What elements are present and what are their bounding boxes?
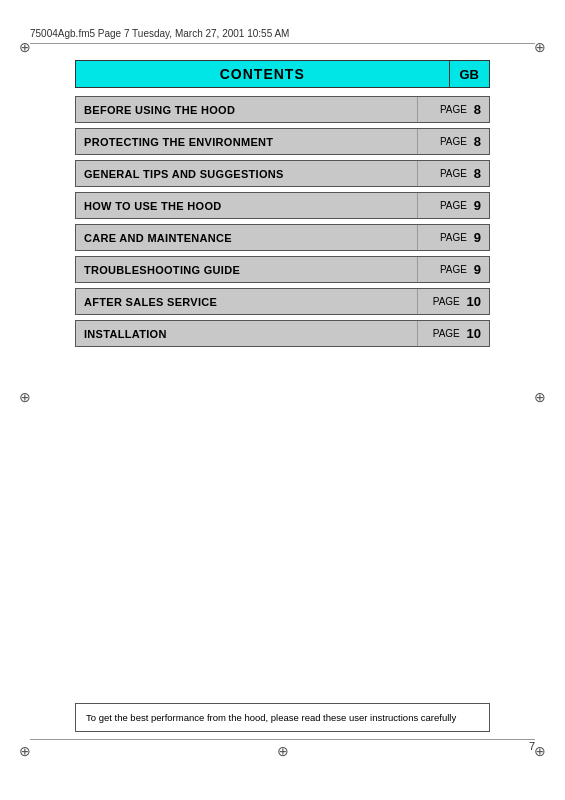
cross-mark-bl: ⊕ [18,744,32,758]
file-info: 75004Agb.fm5 Page 7 Tuesday, March 27, 2… [30,28,289,39]
header-bar: 75004Agb.fm5 Page 7 Tuesday, March 27, 2… [30,28,535,44]
cross-mark-ml: ⊕ [18,390,32,404]
cross-mark-tr: ⊕ [533,40,547,54]
page-num-care-maintenance: 9 [474,230,481,245]
toc-page-how-to-use: PAGE 9 [417,193,489,218]
toc-row-how-to-use: HOW TO USE THE HOOD PAGE 9 [75,192,490,219]
toc-page-before-using: PAGE 8 [417,97,489,122]
toc-label-after-sales: AFTER SALES SERVICE [76,289,417,314]
cross-mark-bm: ⊕ [276,744,290,758]
page-num-general-tips: 8 [474,166,481,181]
toc-label-general-tips: GENERAL TIPS AND SUGGESTIONS [76,161,417,186]
toc-page-after-sales: PAGE 10 [417,289,489,314]
toc-row-before-using: BEFORE USING THE HOOD PAGE 8 [75,96,490,123]
page-word-care-maintenance: PAGE [440,232,470,243]
page-num-after-sales: 10 [467,294,481,309]
toc-page-care-maintenance: PAGE 9 [417,225,489,250]
footer-line [30,739,535,740]
page-word-how-to-use: PAGE [440,200,470,211]
page-word-troubleshooting: PAGE [440,264,470,275]
page-word-before-using: PAGE [440,104,470,115]
content-area: CONTENTS GB BEFORE USING THE HOOD PAGE 8… [75,60,490,352]
toc-table: BEFORE USING THE HOOD PAGE 8 PROTECTING … [75,96,490,347]
page-num-protecting-env: 8 [474,134,481,149]
page-number: 7 [529,740,535,752]
contents-header: CONTENTS GB [75,60,490,88]
page-num-troubleshooting: 9 [474,262,481,277]
toc-page-general-tips: PAGE 8 [417,161,489,186]
contents-title: CONTENTS [75,60,449,88]
cross-mark-tl: ⊕ [18,40,32,54]
cross-mark-br: ⊕ [533,744,547,758]
toc-label-care-maintenance: CARE AND MAINTENANCE [76,225,417,250]
toc-label-how-to-use: HOW TO USE THE HOOD [76,193,417,218]
page-word-general-tips: PAGE [440,168,470,179]
cross-mark-mr: ⊕ [533,390,547,404]
toc-page-installation: PAGE 10 [417,321,489,346]
page-num-before-using: 8 [474,102,481,117]
toc-page-troubleshooting: PAGE 9 [417,257,489,282]
page-num-installation: 10 [467,326,481,341]
page: 75004Agb.fm5 Page 7 Tuesday, March 27, 2… [0,0,565,800]
page-word-after-sales: PAGE [433,296,463,307]
contents-gb: GB [449,60,491,88]
toc-label-before-using: BEFORE USING THE HOOD [76,97,417,122]
toc-row-care-maintenance: CARE AND MAINTENANCE PAGE 9 [75,224,490,251]
footer-note: To get the best performance from the hoo… [75,703,490,732]
toc-page-protecting-env: PAGE 8 [417,129,489,154]
toc-label-installation: INSTALLATION [76,321,417,346]
toc-row-after-sales: AFTER SALES SERVICE PAGE 10 [75,288,490,315]
page-num-how-to-use: 9 [474,198,481,213]
page-word-protecting-env: PAGE [440,136,470,147]
toc-row-troubleshooting: TROUBLESHOOTING GUIDE PAGE 9 [75,256,490,283]
page-word-installation: PAGE [433,328,463,339]
toc-row-installation: INSTALLATION PAGE 10 [75,320,490,347]
toc-row-general-tips: GENERAL TIPS AND SUGGESTIONS PAGE 8 [75,160,490,187]
toc-label-troubleshooting: TROUBLESHOOTING GUIDE [76,257,417,282]
toc-row-protecting-env: PROTECTING THE ENVIRONMENT PAGE 8 [75,128,490,155]
toc-label-protecting-env: PROTECTING THE ENVIRONMENT [76,129,417,154]
